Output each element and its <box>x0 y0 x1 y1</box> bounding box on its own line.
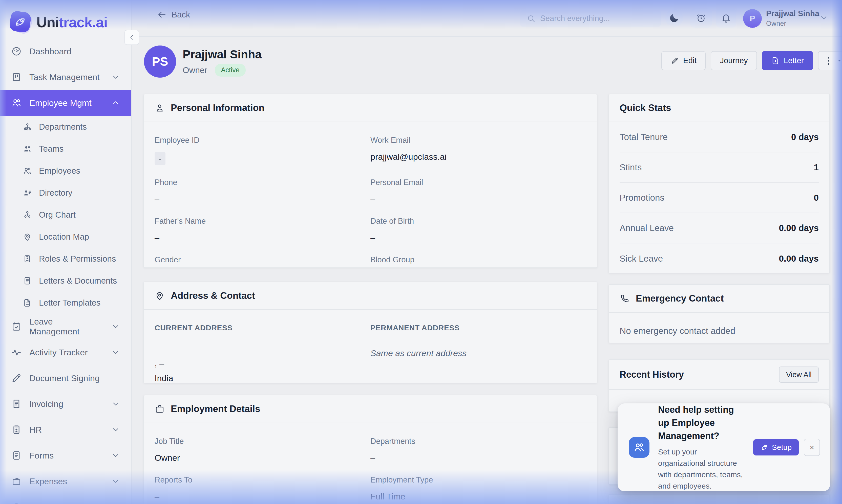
profile-subline: Owner Active <box>183 64 246 77</box>
topbar-avatar[interactable]: P <box>743 9 762 28</box>
sidebar-item-location-map[interactable]: Location Map <box>0 226 131 248</box>
brand-logo[interactable]: Unitrack.ai <box>0 0 131 35</box>
chevron-down-icon <box>111 503 120 504</box>
sidebar-item-expenses[interactable]: Expenses <box>0 468 131 494</box>
hierarchy-icon <box>23 122 32 131</box>
chevron-down-icon[interactable] <box>819 13 828 22</box>
card-title: Recent History <box>620 369 684 380</box>
sidebar-item-departments[interactable]: Departments <box>0 116 131 138</box>
calendar-check-icon <box>11 321 22 332</box>
sidebar-item-assets[interactable]: Assets <box>0 494 131 504</box>
sidebar-item-label: Activity Tracker <box>29 347 88 357</box>
edit-label: Edit <box>683 56 697 65</box>
user-menu[interactable]: Prajjwal Sinha Owner <box>766 9 819 28</box>
sidebar-item-label: Teams <box>39 144 64 154</box>
sidebar-item-leave-management[interactable]: Leave Management <box>0 314 131 340</box>
current-address-block: CURRENT ADDRESS , – India <box>155 324 371 383</box>
user-name: Prajjwal Sinha <box>766 9 819 18</box>
map-pin-icon <box>23 232 32 241</box>
sidebar: Unitrack.ai Dashboard Task Management Em… <box>0 0 132 504</box>
more-actions-button[interactable]: ⋮ <box>818 51 842 70</box>
id-badge-icon <box>23 254 32 263</box>
sidebar-item-label: Forms <box>29 451 54 461</box>
id-card-icon <box>11 425 22 435</box>
sidebar-item-label: Assets <box>29 502 55 504</box>
sidebar-item-employees[interactable]: Employees <box>0 160 131 182</box>
history-list-card <box>608 494 830 504</box>
field-personal-email: Personal Email– <box>371 178 586 204</box>
sidebar-item-invoicing[interactable]: Invoicing <box>0 391 131 417</box>
avatar-initial: P <box>750 14 755 23</box>
popup-title: Need help setting up Employee Management… <box>658 403 744 443</box>
quick-stats-header: Quick Stats <box>609 94 829 122</box>
alarm-clock-icon <box>696 13 706 23</box>
sidebar-item-letters-documents[interactable]: Letters & Documents <box>0 270 131 292</box>
sidebar-item-teams[interactable]: Teams <box>0 138 131 160</box>
personal-info-header: Personal Information <box>144 94 597 122</box>
sidebar-item-directory[interactable]: Directory <box>0 182 131 204</box>
pencil-icon <box>670 56 679 65</box>
sidebar-item-label: Roles & Permissions <box>39 254 116 264</box>
personal-info-card: Personal Information Employee ID- Work E… <box>143 94 597 268</box>
sidebar-item-letter-templates[interactable]: Letter Templates <box>0 292 131 314</box>
profile-role: Owner <box>183 66 207 75</box>
sidebar-item-label: Dashboard <box>29 47 71 56</box>
users-icon <box>23 166 32 175</box>
sidebar-item-roles-permissions[interactable]: Roles & Permissions <box>0 248 131 270</box>
back-button[interactable]: Back <box>157 10 190 20</box>
gauge-icon <box>11 46 22 57</box>
stat-row-annual-leave: Annual Leave0.00 days <box>620 213 819 244</box>
sidebar-item-task-management[interactable]: Task Management <box>0 64 131 90</box>
employment-header: Employment Details <box>144 395 597 423</box>
sidebar-item-forms[interactable]: Forms <box>0 443 131 468</box>
sidebar-item-employee-mgmt[interactable]: Employee Mgmt <box>0 90 131 116</box>
stat-row-total-tenure: Total Tenure0 days <box>620 122 819 152</box>
profile-actions: Edit Journey Letter ⋮ <box>661 51 842 70</box>
popup-text: Need help setting up Employee Management… <box>658 403 744 492</box>
field-blood-group: Blood Group– <box>371 255 586 268</box>
sidebar-item-label: Task Management <box>29 72 100 82</box>
pen-icon <box>11 373 22 383</box>
sidebar-item-activity-tracker[interactable]: Activity Tracker <box>0 340 131 365</box>
sidebar-item-dashboard[interactable]: Dashboard <box>0 38 131 64</box>
search-input[interactable] <box>540 14 647 23</box>
field-date-of-birth: Date of Birth– <box>371 217 586 242</box>
phone-icon <box>620 293 630 304</box>
setup-button[interactable]: Setup <box>753 439 799 455</box>
sidebar-item-org-chart[interactable]: Org Chart <box>0 204 131 226</box>
journey-button[interactable]: Journey <box>711 51 757 70</box>
card-title: Quick Stats <box>620 103 671 113</box>
sidebar-item-label: Letter Templates <box>39 298 100 308</box>
employee-id-chip: - <box>155 152 166 165</box>
edit-button[interactable]: Edit <box>661 51 706 70</box>
letter-button[interactable]: Letter <box>762 51 813 70</box>
popup-close-button[interactable]: × <box>804 439 820 456</box>
sidebar-item-label: Invoicing <box>29 399 63 409</box>
rocket-logo-icon <box>10 12 31 33</box>
field-work-email: Work Emailprajjwal@upclass.ai <box>371 136 586 165</box>
document-lines-icon <box>23 276 32 285</box>
reminders-button[interactable] <box>690 8 712 28</box>
map-pin-icon <box>155 291 165 301</box>
notifications-button[interactable] <box>716 8 736 28</box>
sidebar-item-label: Document Signing <box>29 373 100 383</box>
kebab-icon: ⋮ <box>824 56 833 65</box>
profile-initials: PS <box>152 55 168 69</box>
rocket-icon <box>760 443 768 451</box>
sidebar-item-document-signing[interactable]: Document Signing <box>0 365 131 391</box>
field-fathers-name: Father's Name– <box>155 217 371 242</box>
dark-mode-toggle[interactable] <box>665 9 683 27</box>
sidebar-item-hr[interactable]: HR <box>0 417 131 443</box>
setup-help-popup: Need help setting up Employee Management… <box>618 403 830 491</box>
chevron-down-icon <box>111 477 120 486</box>
sidebar-item-label: HR <box>29 425 42 435</box>
sidebar-collapse-button[interactable] <box>124 30 139 45</box>
sidebar-item-label: Leave Management <box>29 317 104 337</box>
sidebar-item-label: Expenses <box>29 476 67 486</box>
stat-row-stints: Stints1 <box>620 152 819 183</box>
employment-fields: Job TitleOwner Departments– Reports To– … <box>144 423 597 502</box>
org-chart-icon <box>23 210 32 219</box>
view-all-button[interactable]: View All <box>779 366 819 383</box>
stat-row-sick-leave: Sick Leave0.00 days <box>620 244 819 273</box>
sidebar-item-label: Departments <box>39 122 87 132</box>
